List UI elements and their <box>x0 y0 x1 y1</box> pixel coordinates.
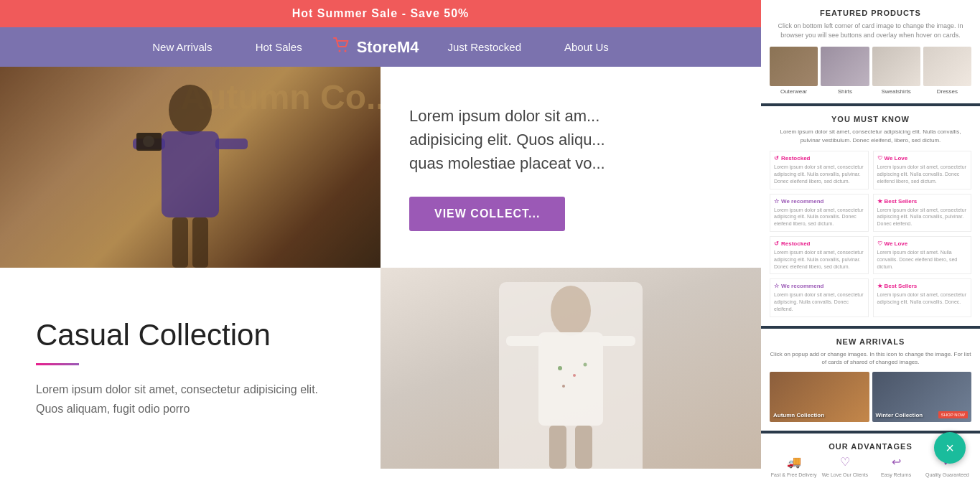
advantage-item-returns: ↩ Easy Returns <box>872 455 920 478</box>
featured-label-sweatshirts: Sweatshirts <box>881 88 910 95</box>
svg-rect-5 <box>215 139 248 149</box>
ymk-item-restocked-1: ↺ Restocked Lorem ipsum dolor sit amet, … <box>770 151 869 189</box>
arrival-card-autumn[interactable]: Autumn Collection <box>770 372 869 422</box>
featured-item-sweatshirts[interactable]: Sweatshirts <box>872 47 920 95</box>
svg-rect-6 <box>172 217 188 268</box>
ymk-item-title-welove-2: ♡ We Love <box>877 240 968 247</box>
star-icon-2: ★ <box>877 283 882 289</box>
hero-section: Autumn Co... Lorem ipsum dolor sit am...… <box>0 67 761 268</box>
you-must-know-section: YOU MUST KNOW Lorem ipsum dolor sit amet… <box>761 106 980 326</box>
arrival-card-winter[interactable]: Winter Collection SHOP NOW <box>872 372 972 422</box>
love-icon: ♡ <box>821 455 869 469</box>
right-panel: FEATURED PRODUCTS Click on bottom left c… <box>761 0 980 478</box>
svg-point-10 <box>551 286 591 336</box>
main-content: Hot Summer Sale - Save 50% New Arrivals … <box>0 0 761 478</box>
advantage-text-quality: Quality Guaranteed <box>923 472 971 478</box>
ymk-item-text-8: Lorem ipsum dolor sit amet, consectetur … <box>877 291 968 306</box>
svg-rect-7 <box>192 217 208 268</box>
featured-products-grid: Outerwear Shirts Sweatshirts Dresses <box>770 47 971 95</box>
hot-sale-banner[interactable]: Hot Summer Sale - Save 50% <box>0 0 761 27</box>
new-arrivals-panel-section: NEW ARRIVALS Click on popup add or chang… <box>761 329 980 431</box>
ymk-item-text-3: Lorem ipsum dolor sit amet, consectetur … <box>774 207 864 228</box>
casual-collection-content: Casual Collection Lorem ipsum dolor sit … <box>0 268 381 469</box>
svg-rect-3 <box>162 131 219 217</box>
featured-products-section: FEATURED PRODUCTS Click on bottom left c… <box>761 0 980 103</box>
svg-point-19 <box>562 385 565 388</box>
ymk-item-text-5: Lorem ipsum dolor sit amet, consectetur … <box>774 249 864 270</box>
returns-icon: ↩ <box>872 455 920 469</box>
ymk-item-text-1: Lorem ipsum dolor sit amet, consectetur … <box>774 164 864 184</box>
view-collection-label: VIEW COLLECT... <box>434 207 540 220</box>
casual-bg-image <box>381 268 761 469</box>
svg-rect-12 <box>506 336 542 346</box>
advantage-text-returns: Easy Returns <box>872 472 920 478</box>
delivery-icon: 🚚 <box>770 455 818 469</box>
ymk-item-title-recommend-1: ☆ We recommend <box>774 198 864 205</box>
ymk-item-text-4: Lorem ipsum dolor sit amet, consectetur … <box>877 207 968 228</box>
nav-item-about-us[interactable]: About Us <box>564 41 609 54</box>
navbar: New Arrivals Hot Sales StoreM4 Just Rest… <box>0 27 761 67</box>
svg-rect-14 <box>549 426 566 469</box>
svg-point-2 <box>169 85 212 135</box>
featured-img-dresses[interactable] <box>923 47 971 86</box>
star-icon-1: ★ <box>877 198 882 205</box>
new-arrivals-panel-title: NEW ARRIVALS <box>770 337 971 346</box>
featured-label-outerwear: Outerwear <box>780 88 807 95</box>
featured-item-outerwear[interactable]: Outerwear <box>770 47 818 95</box>
nav-item-just-restocked[interactable]: Just Restocked <box>447 41 521 54</box>
bottom-section: Casual Collection Lorem ipsum dolor sit … <box>0 268 761 469</box>
nav-item-hot-sales[interactable]: Hot Sales <box>256 41 302 54</box>
featured-img-shirts[interactable] <box>821 47 869 86</box>
ymk-item-restocked-2: ↺ Restocked Lorem ipsum dolor sit amet, … <box>770 236 869 274</box>
svg-point-9 <box>143 136 154 147</box>
ymk-item-title-bestsellers-1: ★ Best Sellers <box>877 198 968 205</box>
hero-content-right: Lorem ipsum dolor sit am... adipisicing … <box>381 67 761 268</box>
featured-label-shirts: Shirts <box>838 88 852 95</box>
svg-point-17 <box>573 374 576 377</box>
reload-icon-2: ↺ <box>774 240 779 247</box>
ymk-item-recommend-2: ☆ We recommend Lorem ipsum dolor sit ame… <box>770 278 869 317</box>
nav-item-new-arrivals[interactable]: New Arrivals <box>152 41 212 54</box>
ymk-item-welove-1: ♡ We Love Lorem ipsum dolor sit amet, co… <box>873 151 972 189</box>
featured-item-shirts[interactable]: Shirts <box>821 47 869 95</box>
ymk-item-title-bestsellers-2: ★ Best Sellers <box>877 283 968 289</box>
ymk-item-text-7: Lorem ipsum dolor sit amet, consectetur … <box>774 291 864 312</box>
arrival-card-winter-label: Winter Collection <box>876 412 923 418</box>
advantage-item-love: ♡ We Love Our Clients <box>821 455 869 478</box>
logo-text: StoreM4 <box>357 38 419 57</box>
ymk-item-bestsellers-2: ★ Best Sellers Lorem ipsum dolor sit ame… <box>873 278 972 317</box>
nav-link-hot-sales[interactable]: Hot Sales <box>256 41 302 53</box>
ymk-item-title-welove-1: ♡ We Love <box>877 155 968 161</box>
casual-divider <box>36 363 79 365</box>
nav-link-just-restocked[interactable]: Just Restocked <box>447 41 521 53</box>
nav-link-about-us[interactable]: About Us <box>564 41 609 53</box>
svg-rect-13 <box>599 336 635 346</box>
svg-rect-11 <box>538 332 603 426</box>
close-icon: × <box>946 440 954 456</box>
hero-image-left: Autumn Co... <box>0 67 381 268</box>
new-arrivals-panel-desc: Click on popup add or change images. In … <box>770 350 971 366</box>
navbar-logo[interactable]: StoreM4 <box>331 35 419 60</box>
arrival-card-winter-btn[interactable]: SHOP NOW <box>938 411 968 418</box>
star-outline-icon-1: ☆ <box>774 198 779 205</box>
featured-products-subtitle: Click on bottom left corner of card imag… <box>770 22 971 39</box>
reload-icon-1: ↺ <box>774 155 779 161</box>
advantage-item-delivery: 🚚 Fast & Free Delivery <box>770 455 818 478</box>
advantage-text-love: We Love Our Clients <box>821 472 869 478</box>
ymk-item-bestsellers-1: ★ Best Sellers Lorem ipsum dolor sit ame… <box>873 194 972 232</box>
heart-icon-1: ♡ <box>877 155 882 161</box>
svg-rect-15 <box>575 426 592 469</box>
close-button[interactable]: × <box>934 432 966 464</box>
featured-img-sweatshirts[interactable] <box>872 47 920 86</box>
you-must-know-grid: ↺ Restocked Lorem ipsum dolor sit amet, … <box>770 151 971 317</box>
ymk-item-text-2: Lorem ipsum dolor sit amet, consectetur … <box>877 164 968 184</box>
nav-link-new-arrivals[interactable]: New Arrivals <box>152 41 212 53</box>
ymk-item-text-6: Lorem ipsum dolor sit amet. Nulla conval… <box>877 249 968 270</box>
featured-item-dresses[interactable]: Dresses <box>923 47 971 95</box>
featured-label-dresses: Dresses <box>937 88 958 95</box>
featured-img-outerwear[interactable] <box>770 47 818 86</box>
you-must-know-desc: Lorem ipsum dolor sit amet, consectetur … <box>770 128 971 145</box>
arrival-card-autumn-label: Autumn Collection <box>773 412 824 418</box>
view-collection-button[interactable]: VIEW COLLECT... <box>409 197 565 231</box>
ymk-item-title-recommend-2: ☆ We recommend <box>774 283 864 289</box>
